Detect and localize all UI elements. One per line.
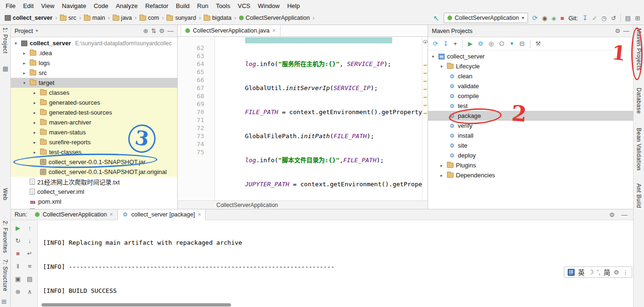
menu-tools[interactable]: Tools <box>212 0 234 11</box>
collapsed-arrow-icon[interactable]: ▸ <box>32 150 38 155</box>
menu-code[interactable]: Code <box>90 0 112 11</box>
tool-tab-web[interactable]: Web <box>2 188 8 200</box>
collapsed-arrow-icon[interactable]: ▸ <box>32 110 38 115</box>
close-icon[interactable]: × <box>198 211 201 218</box>
menu-help[interactable]: Help <box>283 0 304 11</box>
code-editor[interactable]: 62 63 64 65 66 67 68 69 70 71 72 73 74 7… <box>178 37 422 200</box>
close-icon[interactable]: × <box>110 211 113 218</box>
tree-row-txt-file[interactable]: 21经济网上次爬取时间记录.txt <box>11 177 177 187</box>
collapsed-arrow-icon[interactable]: ▸ <box>438 163 445 168</box>
filter-icon[interactable]: ▼ <box>510 41 514 46</box>
collapsed-arrow-icon[interactable]: ▸ <box>32 120 38 125</box>
history-clock-icon[interactable]: ◷ <box>602 15 607 21</box>
menu-analyze[interactable]: Analyze <box>112 0 141 11</box>
scroll-to-end-button[interactable]: ≡ <box>25 262 34 271</box>
ime-halfwidth-icon[interactable]: ☽ <box>588 268 594 276</box>
expanded-arrow-icon[interactable]: ▾ <box>438 64 445 69</box>
collapsed-arrow-icon[interactable]: ▸ <box>32 100 38 105</box>
execute-goal-icon[interactable]: ⚙ <box>478 41 483 47</box>
download-sources-icon[interactable]: ↧ <box>443 41 448 47</box>
breadcrumb-item-collect-server[interactable]: collect_server <box>4 14 53 22</box>
rerun-failed-button[interactable]: ↻ <box>14 237 22 245</box>
close-icon[interactable]: × <box>272 27 276 34</box>
gear-icon[interactable]: ⚙ <box>615 28 620 34</box>
tree-row-pom[interactable]: mpom.xml <box>11 197 177 207</box>
breadcrumb-item-main[interactable]: main <box>83 14 106 22</box>
editor-tab-active[interactable]: CollectServerApplication.java × <box>181 25 281 36</box>
menu-refactor[interactable]: Refactor <box>141 0 172 11</box>
inspections-eye-icon[interactable] <box>423 40 428 43</box>
editor-error-stripe[interactable] <box>422 37 428 200</box>
breadcrumb-item-com[interactable]: com <box>139 14 160 22</box>
maven-settings-icon[interactable]: ⚒ <box>536 41 541 47</box>
breadcrumb-item-bigdata[interactable]: bigdata <box>203 14 232 22</box>
ime-simplified-mode[interactable]: 简 <box>604 267 611 277</box>
tree-row-logs[interactable]: ▸logs <box>11 58 177 68</box>
tool-tab-maven-projects[interactable]: Maven Projects <box>636 28 642 71</box>
ime-menu-icon[interactable]: ⋮ <box>622 269 628 275</box>
reimport-icon[interactable]: ⟳ <box>433 41 438 47</box>
maven-goal-package[interactable]: ⚙package <box>428 111 633 121</box>
menu-run[interactable]: Run <box>193 0 212 11</box>
snapshot-button[interactable]: ▣ <box>14 275 22 283</box>
ime-punctuation-icon[interactable]: ’, <box>597 268 601 276</box>
gear-icon[interactable]: ⚙ <box>609 212 615 218</box>
toggle-profiles-icon[interactable]: ◎ <box>488 41 494 47</box>
run-console[interactable]: [INFO] Replacing main artifact with repa… <box>38 220 633 307</box>
collapse-all-button[interactable]: ∧ <box>25 288 34 296</box>
tree-row-snapshot-jar[interactable]: collect_server-0.0.1-SNAPSHOT.jar <box>11 157 177 167</box>
collapsed-arrow-icon[interactable]: ▸ <box>21 71 27 75</box>
breadcrumb-item-sunyard[interactable]: sunyard <box>165 14 197 22</box>
editor-breadcrumb-item[interactable]: CollectServerApplication <box>216 202 278 208</box>
tree-row-generated-sources[interactable]: ▸generated-sources <box>11 98 177 108</box>
clear-output-button[interactable]: ⊗ <box>14 288 22 296</box>
tree-row-root[interactable]: ▾ collect_server E:\sunyard-dataplatform… <box>11 38 177 48</box>
expanded-arrow-icon[interactable]: ▾ <box>13 41 19 46</box>
tool-tab-ant-build[interactable]: Ant Build <box>636 183 644 208</box>
rollback-icon[interactable]: ↺ <box>611 15 616 21</box>
expanded-arrow-icon[interactable]: ▾ <box>21 81 27 85</box>
git-commit-icon[interactable]: ✓ <box>592 15 597 21</box>
run-tab-application[interactable]: CollectServerApplication × <box>31 209 117 220</box>
ime-settings-icon[interactable]: ⚙ <box>614 269 619 275</box>
tree-row-test-classes[interactable]: ▸test-classes <box>11 147 177 157</box>
pause-output-button[interactable]: ‖ <box>14 262 22 271</box>
menu-window[interactable]: Window <box>254 0 283 11</box>
bottom-left-grid-icon[interactable]: ⊞ <box>1 298 7 305</box>
list-view-icon[interactable]: ▤ <box>625 15 631 21</box>
maven-row-lifecycle[interactable]: ▾Lifecycle <box>428 61 633 71</box>
expanded-arrow-icon[interactable]: ▾ <box>430 54 436 59</box>
tree-row-maven-archiver[interactable]: ▸maven-archiver <box>11 117 177 127</box>
menu-build[interactable]: Build <box>172 0 193 11</box>
tool-tab-structure[interactable]: 7: Structure <box>2 259 8 291</box>
menu-edit[interactable]: Edit <box>19 0 37 11</box>
horizontal-scrollbar[interactable] <box>41 303 231 307</box>
tree-row-maven-status[interactable]: ▸maven-status <box>11 127 177 137</box>
tool-tab-bean-validation[interactable]: Bean Validation <box>636 128 644 171</box>
run-configuration-select[interactable]: CollectServerApplication ▾ <box>444 13 528 23</box>
run-with-coverage-icon[interactable]: ◈ <box>552 15 556 21</box>
breadcrumb-item-java[interactable]: java <box>112 14 133 22</box>
maven-goal-compile[interactable]: ⚙compile <box>428 91 633 101</box>
tree-row-target[interactable]: ▾target <box>11 78 177 88</box>
maven-goal-clean[interactable]: ⚙clean <box>428 71 633 81</box>
hide-panel-icon[interactable]: — <box>621 212 627 218</box>
add-maven-project-icon[interactable]: + <box>454 41 457 47</box>
soft-wrap-button[interactable]: ↵ <box>25 249 34 258</box>
menu-vcs[interactable]: VCS <box>234 0 254 11</box>
chevron-down-icon[interactable]: ▾ <box>36 29 38 33</box>
build-project-icon[interactable]: ⟳ <box>532 15 538 21</box>
tool-tab-database[interactable]: Database <box>636 88 644 114</box>
collapsed-arrow-icon[interactable]: ▸ <box>32 140 38 145</box>
tool-window-icon[interactable] <box>3 66 8 72</box>
maven-goal-site[interactable]: ⚙site <box>428 141 633 150</box>
locate-file-icon[interactable]: ⊕ <box>143 28 149 34</box>
tree-row-src[interactable]: ▸src <box>11 68 177 78</box>
maven-goal-validate[interactable]: ⚙validate <box>428 81 633 91</box>
run-build-icon[interactable]: ▶ <box>468 41 472 47</box>
menu-view[interactable]: View <box>37 0 58 11</box>
ime-logo-icon[interactable]: 拼 <box>568 269 575 276</box>
expand-collapse-icon[interactable]: ⇅ <box>151 28 156 34</box>
breadcrumb-item-class[interactable]: CollectServerApplication <box>238 14 311 22</box>
print-button[interactable]: ▤ <box>25 275 34 283</box>
